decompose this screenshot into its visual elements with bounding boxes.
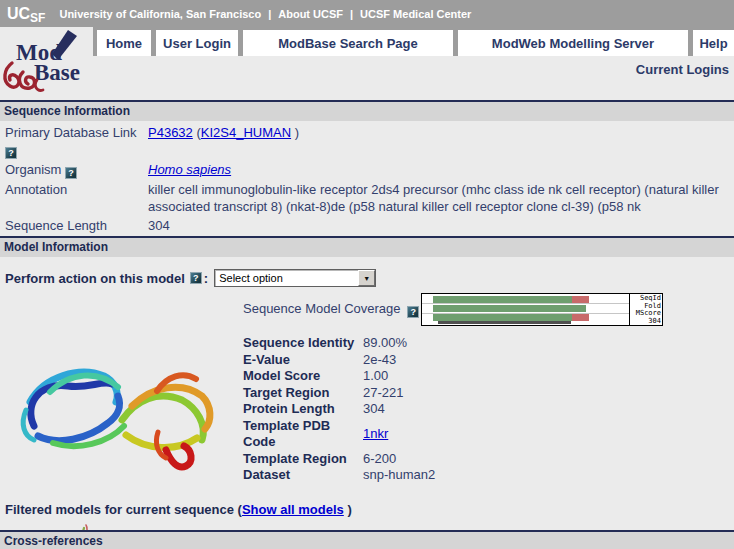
detail-label: Model Score [243,368,363,385]
detail-label: Template Region [243,451,363,468]
help-icon[interactable]: ? [190,272,202,284]
coverage-target-region-ruler [438,321,571,324]
detail-value: 1.00 [363,368,388,385]
primary-db-link-p43632[interactable]: P43632 [148,125,193,140]
coverage-bar-fold-green [433,305,586,312]
detail-label: Protein Length [243,401,363,418]
filtered-models-text: Filtered models for current sequence ( [5,502,242,517]
modbase-logo[interactable]: Mod Base [1,27,93,95]
model-image-wrap [0,326,243,492]
nav-modweb-modelling-server[interactable]: ModWeb Modelling Server [458,30,688,56]
current-logins-link[interactable]: Current Logins [636,62,729,77]
nav-modbase-search-page[interactable]: ModBase Search Page [243,30,453,56]
help-icon[interactable]: ? [407,306,419,318]
organism-link[interactable]: Homo sapiens [148,162,231,177]
detail-label: Sequence Identity [243,335,363,352]
organism-value: Homo sapiens [148,161,734,179]
topbar-separator: | [268,8,271,20]
detail-value: snp-human2 [363,467,435,484]
filtered-models-row: Filtered models for current sequence (Sh… [5,502,734,517]
detail-label: Target Region [243,385,363,402]
annotation-label: Annotation [0,181,148,215]
primary-database-link-row: Primary Database Link ? P43632 (KI2S4_HU… [0,123,734,160]
sequence-length-label: Sequence Length [0,217,148,234]
help-icon[interactable]: ? [5,147,17,159]
section-header-sequence-information: Sequence Information [0,100,734,121]
detail-value: 2e-43 [363,352,396,369]
coverage-divider [422,303,630,304]
ucsf-topbar: UCSF University of California, San Franc… [0,0,734,27]
coverage-bar-mscore-red [572,314,589,321]
detail-label: Dataset [243,467,363,484]
sequence-info-table: Primary Database Link ? P43632 (KI2S4_HU… [0,121,734,236]
filtered-models-text-close: ) [344,502,352,517]
section-header-model-information: Model Information [0,236,734,257]
detail-label: Template PDB Code [243,418,363,451]
detail-value: 6-200 [363,451,396,468]
detail-row-e-value: E-Value 2e-43 [243,352,435,369]
detail-row-sequence-identity: Sequence Identity 89.00% [243,335,435,352]
ucsf-logo-uc: UC [7,5,30,22]
detail-row-target-region: Target Region 27-221 [243,385,435,402]
primary-database-link-label: Primary Database Link ? [0,124,148,159]
detail-row-template-pdb-code: Template PDB Code 1nkr [243,418,435,451]
coverage-bar-mscore-green [433,314,572,321]
detail-row-model-score: Model Score 1.00 [243,368,435,385]
organism-row: Organism ? Homo sapiens [0,160,734,180]
detail-value: 1nkr [363,426,388,443]
organism-label-text: Organism [5,162,61,177]
topbar-link-university[interactable]: University of California, San Francisco [59,8,261,20]
annotation-value: killer cell immunoglobulin-like receptor… [148,181,734,215]
paren-close: ) [291,125,299,140]
coverage-legend: SeqId Fold MScore 304 [629,294,662,325]
topbar-link-about-ucsf[interactable]: About UCSF [278,8,343,20]
paren-open: ( [193,125,201,140]
coverage-row: Sequence Model Coverage ? SeqId Fold MSc… [243,293,734,326]
detail-value: 89.00% [363,335,407,352]
coverage-bar-seqid-green [433,296,572,303]
organism-label: Organism ? [0,161,148,179]
topbar-link-medical-center[interactable]: UCSF Medical Center [360,8,471,20]
current-logins-row: Current Logins [0,56,734,78]
protein-model-image[interactable] [8,332,234,488]
detail-value: 304 [363,401,385,418]
header-row: Mod Base Home User Login ModBase Search … [0,27,734,95]
detail-row-template-region: Template Region 6-200 [243,451,435,468]
nav-help[interactable]: Help [693,30,734,56]
template-pdb-link[interactable]: 1nkr [363,426,388,441]
perform-action-row: Perform action on this model ? : Select … [5,269,734,287]
main-nav: Home User Login ModBase Search Page ModW… [93,27,734,56]
ucsf-logo[interactable]: UCSF [7,5,45,23]
model-details-table: Sequence Identity 89.00% E-Value 2e-43 M… [243,326,435,492]
nav-home[interactable]: Home [97,30,151,56]
coverage-label-text: Sequence Model Coverage [243,301,401,316]
modbase-logo-text-base: Base [34,60,80,85]
primary-database-link-value: P43632 (KI2S4_HUMAN ) [148,124,734,159]
chevron-down-icon[interactable]: ▼ [358,270,375,286]
perform-action-colon: : [204,271,208,286]
detail-row-dataset: Dataset snp-human2 [243,467,435,484]
coverage-graphic: SeqId Fold MScore 304 [421,293,663,326]
action-select-value: Select option [215,270,358,286]
detail-label: E-Value [243,352,363,369]
coverage-legend-length: 304 [630,318,661,326]
coverage-bar-seqid-red [572,296,589,303]
ucsf-logo-sf: SF [30,11,45,25]
model-area: Sequence Identity 89.00% E-Value 2e-43 M… [0,326,734,492]
topbar-separator: | [350,8,353,20]
sequence-length-value: 304 [148,217,734,234]
show-all-models-link[interactable]: Show all models [242,502,344,517]
detail-row-protein-length: Protein Length 304 [243,401,435,418]
annotation-row: Annotation killer cell immunoglobulin-li… [0,180,734,216]
section-header-cross-references: Cross-references [0,530,734,549]
perform-action-label: Perform action on this model [5,271,185,286]
primary-db-link-ki2s4-human[interactable]: KI2S4_HUMAN [201,125,291,140]
action-select[interactable]: Select option ▼ [214,269,376,287]
primary-database-link-label-text: Primary Database Link [5,125,137,140]
nav-user-login[interactable]: User Login [156,30,238,56]
sequence-length-row: Sequence Length 304 [0,216,734,235]
modbase-page: { "topbar": { "brand_uc": "UC", "brand_s… [0,0,734,549]
detail-value: 27-221 [363,385,403,402]
coverage-label: Sequence Model Coverage ? [243,301,421,318]
help-icon[interactable]: ? [65,167,77,179]
